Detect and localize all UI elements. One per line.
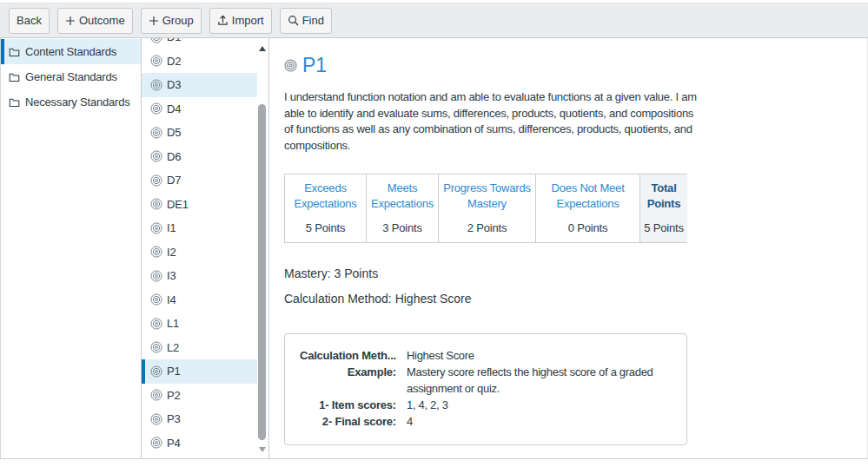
group-label: General Standards — [25, 70, 117, 83]
calc-row-value: 4 — [407, 413, 676, 430]
scroll-up-icon[interactable] — [259, 46, 266, 51]
outcome-item[interactable]: D3 — [142, 73, 257, 97]
rating-points: 3 Points — [367, 221, 438, 242]
outcome-item-label: D3 — [167, 78, 181, 91]
rating-column: Meets Expectations3 Points — [366, 174, 438, 242]
outcome-item[interactable]: D2 — [142, 49, 257, 74]
find-button[interactable]: Find — [280, 8, 332, 34]
rating-column: Does Not Meet Expectations0 Points — [535, 174, 639, 242]
outcome-item-label: P3 — [167, 412, 181, 425]
scroll-down-icon[interactable] — [259, 447, 266, 452]
folder-icon — [9, 97, 20, 108]
group-label: Necessary Standards — [25, 95, 129, 109]
outcome-target-icon — [150, 79, 162, 91]
outcome-item-label: I4 — [167, 293, 176, 306]
plus-icon — [149, 16, 159, 26]
import-label: Import — [232, 14, 264, 27]
rating-label: Total Points — [640, 174, 687, 217]
outcome-target-icon — [150, 38, 162, 43]
scrollbar-thumb[interactable] — [258, 104, 266, 440]
outcome-item-label: D4 — [167, 102, 181, 115]
outcome-item[interactable]: I2 — [142, 240, 257, 265]
outcome-item[interactable]: D1 — [142, 38, 257, 49]
outcome-target-icon — [150, 102, 162, 115]
outcome-item[interactable]: DE1 — [142, 193, 257, 217]
outcome-item-label: P1 — [167, 365, 181, 378]
rating-label: Progress Towards Mastery — [439, 174, 535, 217]
import-button[interactable]: Import — [209, 8, 272, 34]
upload-icon — [217, 15, 229, 26]
outcome-item[interactable]: P2 — [142, 384, 257, 408]
back-label: Back — [17, 14, 42, 27]
calc-row-value: Highest Score — [407, 347, 676, 364]
rating-label: Exceeds Expectations — [285, 174, 366, 217]
outcome-item-label: I1 — [167, 221, 176, 234]
outcome-item-label: L2 — [167, 341, 179, 354]
group-item[interactable]: Content Standards — [1, 39, 141, 64]
scrollbar[interactable] — [257, 38, 267, 458]
outcome-title: P1 — [284, 54, 867, 77]
back-button[interactable]: Back — [9, 8, 50, 34]
folder-icon — [9, 47, 20, 57]
group-item[interactable]: Necessary Standards — [1, 89, 141, 115]
rating-points: 5 Points — [285, 221, 366, 242]
outcomes-manager: Back Outcome Group Import Find Content S… — [0, 0, 868, 467]
calc-row: 1- Item scores:1, 4, 2, 3 — [297, 397, 676, 413]
outcome-target-icon — [150, 198, 162, 210]
calc-row: Calculation Meth...Highest Score — [297, 347, 676, 364]
outcome-item[interactable]: L2 — [142, 336, 257, 360]
rating-column: Total Points5 Points — [639, 174, 687, 242]
outcome-description: I understand function notation and am ab… — [284, 89, 704, 154]
outcome-item[interactable]: D5 — [142, 121, 257, 145]
outcome-item-label: I2 — [167, 246, 176, 259]
outcome-target-icon — [150, 150, 162, 162]
outcome-list-panel: D1D2D3D4D5D6D7DE1I1I2I3I4L1L2P1P2P3P4 — [142, 38, 269, 458]
add-outcome-button[interactable]: Outcome — [57, 8, 133, 34]
outcome-detail: P1 I understand function notation and am… — [269, 38, 867, 458]
rating-points: 5 Points — [640, 221, 687, 242]
outcome-item[interactable]: P4 — [142, 431, 257, 456]
outcome-item-label: D2 — [167, 55, 181, 68]
rating-label: Does Not Meet Expectations — [536, 174, 639, 217]
outcome-item[interactable]: L1 — [142, 312, 257, 336]
outcome-item[interactable]: D7 — [142, 168, 257, 193]
calc-row-value: Mastery score reflects the highest score… — [407, 364, 676, 397]
outcome-target-icon — [150, 341, 162, 353]
add-group-button[interactable]: Group — [141, 8, 202, 34]
outcome-target-icon — [150, 174, 162, 187]
mastery-points: Mastery: 3 Points — [284, 266, 867, 280]
outcome-item-label: D6 — [167, 150, 181, 163]
group-label: Content Standards — [25, 45, 116, 58]
outcome-item[interactable]: P1 — [142, 359, 257, 384]
outcome-target-icon — [150, 246, 162, 258]
outcome-item-label: D7 — [167, 174, 181, 187]
toolbar: Back Outcome Group Import Find — [0, 3, 868, 38]
outcome-target-icon — [150, 318, 162, 330]
find-label: Find — [302, 14, 324, 27]
outcome-item-label: D5 — [167, 126, 181, 139]
plus-icon — [65, 16, 76, 26]
outcome-item[interactable]: P3 — [142, 407, 257, 431]
group-item[interactable]: General Standards — [1, 64, 141, 89]
outcome-item[interactable]: I4 — [142, 288, 257, 312]
calculation-method: Calculation Method: Highest Score — [284, 292, 867, 306]
outcome-target-icon — [150, 222, 162, 234]
rating-column: Progress Towards Mastery2 Points — [438, 174, 535, 242]
outcome-target-icon — [150, 293, 162, 306]
calc-row-label: 1- Item scores: — [297, 397, 396, 413]
search-icon — [288, 15, 299, 26]
calc-row: 2- Final score:4 — [297, 413, 676, 430]
outcome-item[interactable]: D4 — [142, 97, 257, 122]
folder-icon — [9, 72, 20, 82]
outcome-item-label: D1 — [167, 38, 181, 43]
outcome-target-icon — [150, 127, 162, 139]
outcome-item[interactable]: I1 — [142, 216, 257, 240]
outcome-item[interactable]: I3 — [142, 264, 257, 288]
calculation-example-box: Calculation Meth...Highest ScoreExample:… — [284, 333, 687, 445]
outcome-item[interactable]: D6 — [142, 145, 257, 169]
outcome-label: Outcome — [79, 14, 125, 27]
outcome-list: D1D2D3D4D5D6D7DE1I1I2I3I4L1L2P1P2P3P4 — [142, 38, 268, 455]
ratings-table: Exceeds Expectations5 PointsMeets Expect… — [284, 174, 687, 243]
calc-row-label: 2- Final score: — [297, 413, 396, 430]
outcome-target-icon — [150, 437, 162, 449]
